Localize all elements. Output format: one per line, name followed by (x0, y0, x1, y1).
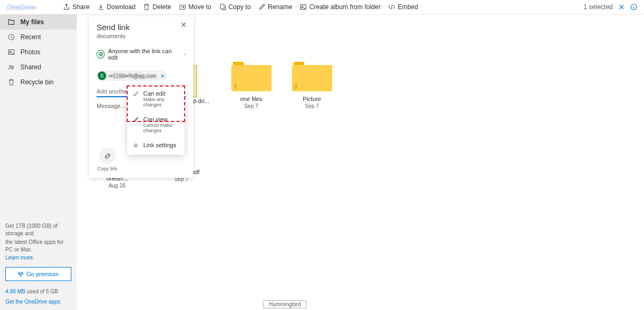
selection-count: 1 selected (583, 3, 613, 11)
info-icon[interactable] (630, 3, 638, 11)
go-premium-button[interactable]: Go premium (5, 267, 71, 281)
folder-icon (8, 18, 15, 26)
dialog-subtitle: documents (97, 33, 186, 39)
folder-icon: 0 (292, 62, 332, 91)
toolbar-actions: Share Download Delete Move to Copy to Re… (63, 3, 418, 11)
copyto-button[interactable]: Copy to (219, 3, 251, 11)
file-name: Picture (285, 96, 339, 102)
globe-icon (97, 50, 105, 59)
storage-usage: 4.96 MB used of 5 GB (5, 289, 71, 294)
chevron-right-icon: › (184, 52, 186, 57)
copy-icon (219, 3, 226, 11)
sidebar: My files Recent Photos Shared Recycle bi… (0, 15, 77, 310)
permission-link-settings[interactable]: Link settings (127, 138, 185, 155)
file-date: Sep 7 (224, 103, 278, 109)
svg-point-11 (135, 145, 137, 147)
close-selection-icon[interactable] (618, 4, 625, 10)
permission-dropdown: Can edit Make any changes Can view Canno… (127, 86, 185, 155)
recipient-email: ••1150••%@qq.com (109, 73, 156, 79)
svg-rect-1 (220, 4, 224, 9)
sidebar-bottom: Get 1TB (1000 GB) of storage and the lat… (0, 217, 77, 310)
sidebar-item-label: Shared (20, 63, 41, 71)
sidebar-item-label: My files (20, 18, 44, 26)
clock-icon (8, 33, 15, 41)
edit-icon (258, 3, 266, 11)
share-icon (63, 3, 70, 11)
dialog-title: Send link (97, 23, 186, 32)
rename-button[interactable]: Rename (258, 3, 292, 11)
createalbum-button[interactable]: Create album from folder (299, 3, 380, 11)
download-button[interactable]: Download (97, 3, 135, 11)
folder-icon: 3 (231, 62, 272, 91)
sidebar-item-label: Recent (20, 33, 41, 41)
recipient-chip[interactable]: S ••1150••%@qq.com ✕ (97, 70, 167, 81)
moveto-icon (179, 3, 186, 11)
sidebar-item-shared[interactable]: Shared (0, 60, 77, 75)
moveto-button[interactable]: Move to (179, 3, 211, 11)
promo-text: the latest Office apps for PC or Mac. (5, 239, 71, 254)
app-logo: OneDrive (6, 3, 63, 11)
file-date: Aug 26 (90, 183, 144, 189)
sidebar-item-recent[interactable]: Recent (0, 30, 77, 45)
copy-link-label: Copy link (97, 166, 118, 171)
sidebar-item-recycle[interactable]: Recycle bin (0, 75, 77, 90)
download-icon (97, 3, 105, 11)
learn-more-link[interactable]: Learn more. (5, 255, 71, 261)
toolbar-right: 1 selected (583, 3, 638, 11)
link-scope-button[interactable]: Anyone with the link can edit › (97, 48, 186, 61)
file-name: d-dri... (193, 98, 209, 104)
svg-point-9 (12, 66, 13, 68)
gear-icon (133, 142, 139, 149)
share-button[interactable]: Share (63, 3, 90, 11)
embed-icon (388, 3, 396, 11)
folder-item-onefiles[interactable]: 3 one files Sep 7 (224, 62, 278, 109)
diamond-icon (18, 271, 24, 277)
sidebar-item-myfiles[interactable]: My files (0, 15, 77, 30)
permission-can-edit[interactable]: Can edit Make any changes (127, 86, 185, 112)
toolbar: OneDrive Share Download Delete Move to C… (0, 0, 644, 15)
file-date: Sep 7 (285, 103, 339, 109)
watermark: Hummingbird (263, 300, 306, 308)
edit-icon (133, 91, 139, 97)
embed-button[interactable]: Embed (388, 3, 418, 11)
trash-icon (8, 78, 15, 86)
photo-icon (8, 48, 15, 56)
promo-text: Get 1TB (1000 GB) of storage and (5, 222, 71, 237)
avatar: S (98, 71, 106, 80)
trash-icon (143, 3, 150, 11)
link-icon (104, 152, 112, 160)
album-icon (299, 3, 307, 11)
file-name: one files (224, 96, 278, 102)
delete-button[interactable]: Delete (143, 3, 171, 11)
get-apps-link[interactable]: Get the OneDrive apps (5, 299, 60, 305)
sidebar-item-label: Recycle bin (20, 78, 54, 86)
sidebar-item-photos[interactable]: Photos (0, 45, 77, 60)
close-button[interactable] (180, 21, 187, 30)
permission-can-view[interactable]: Can view Cannot make changes (127, 112, 185, 138)
svg-point-8 (10, 66, 12, 68)
copy-link-button[interactable] (99, 148, 115, 164)
no-edit-icon (133, 117, 139, 123)
close-icon (180, 21, 187, 28)
sidebar-item-label: Photos (20, 48, 40, 56)
remove-recipient-button[interactable]: ✕ (160, 73, 165, 79)
people-icon (8, 63, 15, 71)
folder-item-picture[interactable]: 0 Picture Sep 7 (285, 62, 339, 109)
